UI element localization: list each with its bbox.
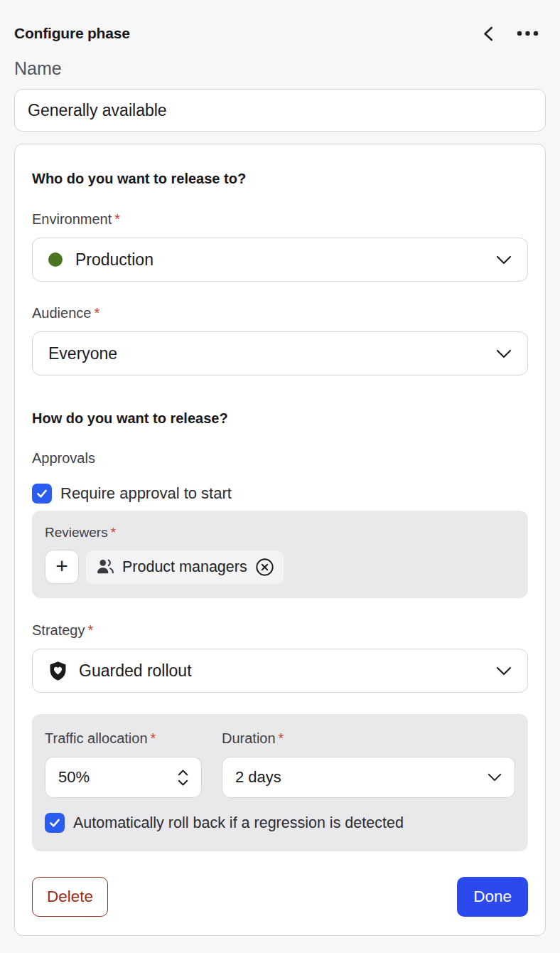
traffic-allocation-value: 50%	[58, 768, 90, 787]
chevron-up-icon	[178, 770, 188, 776]
back-button[interactable]	[479, 23, 497, 44]
rollback-checkbox[interactable]	[45, 813, 65, 833]
required-asterisk: *	[114, 211, 120, 227]
chevron-left-icon	[482, 26, 494, 41]
chevron-down-icon	[496, 255, 512, 265]
remove-reviewer-button[interactable]	[255, 558, 274, 577]
shield-heart-icon	[48, 661, 68, 681]
name-label: Name	[14, 58, 546, 79]
plus-icon: +	[55, 555, 68, 577]
configure-phase-panel: Configure phase Name Who do you want to …	[0, 0, 560, 953]
page-title: Configure phase	[14, 25, 130, 42]
delete-button[interactable]: Delete	[32, 877, 108, 917]
panel-header: Configure phase	[14, 0, 546, 46]
required-asterisk: *	[279, 730, 284, 746]
reviewers-panel: Reviewers* + Product managers	[32, 511, 528, 598]
audience-value: Everyone	[48, 344, 117, 363]
reviewers-label: Reviewers*	[45, 525, 515, 541]
rollback-row: Automatically roll back if a regression …	[45, 813, 515, 833]
x-circle-icon	[255, 558, 274, 577]
check-icon	[48, 816, 61, 829]
reviewer-chip: Product managers	[86, 550, 284, 584]
require-approval-label: Require approval to start	[60, 484, 232, 503]
traffic-allocation-stepper[interactable]: 50%	[45, 757, 202, 798]
approvals-label: Approvals	[32, 449, 528, 467]
chevron-down-icon	[488, 773, 502, 782]
required-asterisk: *	[111, 525, 116, 540]
require-approval-row: Require approval to start	[32, 484, 528, 504]
traffic-allocation-label: Traffic allocation*	[45, 730, 202, 747]
required-asterisk: *	[151, 730, 156, 746]
header-actions	[479, 23, 546, 44]
rollback-label: Automatically roll back if a regression …	[73, 814, 404, 832]
reviewers-row: + Product managers	[45, 550, 515, 584]
guarded-labels-row: Traffic allocation* 50%	[45, 730, 515, 798]
required-asterisk: *	[94, 305, 99, 321]
require-approval-checkbox[interactable]	[32, 484, 52, 504]
audience-label: Audience*	[32, 304, 528, 321]
people-icon	[96, 558, 114, 576]
phase-name-input[interactable]	[14, 89, 546, 132]
environment-value: Production	[75, 250, 154, 270]
check-icon	[36, 487, 48, 500]
reviewer-chip-label: Product managers	[122, 558, 247, 576]
phase-config-card: Who do you want to release to? Environme…	[14, 144, 546, 936]
strategy-label: Strategy*	[32, 622, 528, 639]
duration-select[interactable]: 2 days	[222, 757, 515, 798]
chevron-down-icon	[496, 666, 512, 676]
strategy-select[interactable]: Guarded rollout	[32, 649, 528, 693]
guarded-rollout-panel: Traffic allocation* 50%	[32, 714, 528, 851]
audience-select[interactable]: Everyone	[32, 331, 528, 376]
overflow-menu-button[interactable]	[514, 28, 542, 39]
card-footer: Delete Done	[32, 877, 528, 917]
strategy-value: Guarded rollout	[79, 661, 192, 681]
stepper-buttons[interactable]	[175, 767, 191, 789]
environment-select[interactable]: Production	[32, 238, 528, 282]
duration-label: Duration*	[222, 730, 515, 747]
add-reviewer-button[interactable]: +	[45, 550, 79, 584]
ellipsis-icon	[517, 31, 539, 36]
who-heading: Who do you want to release to?	[32, 170, 528, 187]
duration-value: 2 days	[235, 768, 281, 787]
chevron-down-icon	[178, 779, 188, 786]
environment-label: Environment*	[32, 211, 528, 228]
done-button[interactable]: Done	[457, 877, 528, 917]
environment-dot-icon	[48, 252, 63, 267]
chevron-down-icon	[496, 349, 512, 358]
how-heading: How do you want to release?	[32, 410, 528, 427]
required-asterisk: *	[87, 622, 93, 638]
